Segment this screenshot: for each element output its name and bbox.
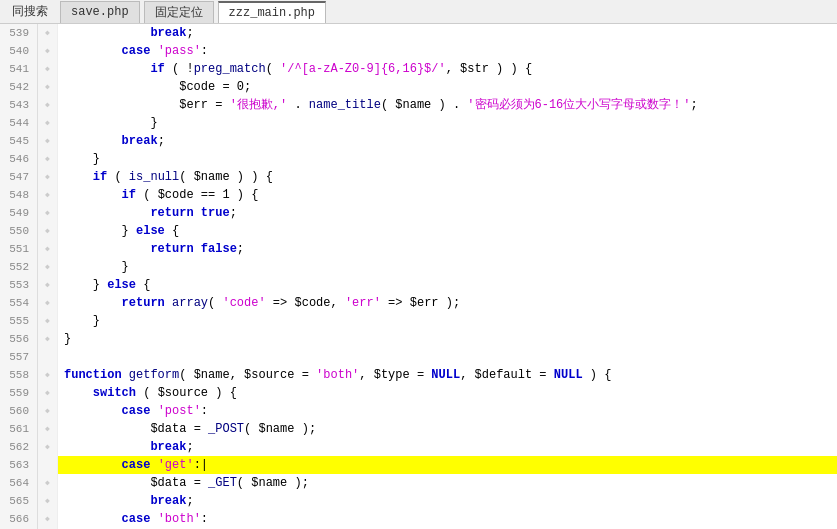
gutter-cell: ◆: [38, 510, 57, 528]
gutter-cell: ◆: [38, 384, 57, 402]
code-line[interactable]: return false;: [58, 240, 837, 258]
gutter-cell: ◆: [38, 366, 57, 384]
gutter-cell: ◆: [38, 168, 57, 186]
gutter-cell: ◆: [38, 150, 57, 168]
line-number: 563: [0, 456, 33, 474]
code-line[interactable]: }: [58, 330, 837, 348]
gutter-cell: ◆: [38, 96, 57, 114]
code-line[interactable]: case 'both':: [58, 510, 837, 528]
code-line[interactable]: case 'post':: [58, 402, 837, 420]
gutter-cell: ◆: [38, 222, 57, 240]
code-line[interactable]: $err = '很抱歉,' . name_title( $name ) . '密…: [58, 96, 837, 114]
code-line[interactable]: return array( 'code' => $code, 'err' => …: [58, 294, 837, 312]
line-number: 540: [0, 42, 33, 60]
code-line[interactable]: }: [58, 150, 837, 168]
gutter-cell: ◆: [38, 240, 57, 258]
code-line[interactable]: if ( $code == 1 ) {: [58, 186, 837, 204]
gutter-cell: ◆: [38, 258, 57, 276]
line-number: 548: [0, 186, 33, 204]
line-number: 541: [0, 60, 33, 78]
code-line[interactable]: }: [58, 258, 837, 276]
code-line[interactable]: break;: [58, 492, 837, 510]
line-number: 554: [0, 294, 33, 312]
gutter-cell: ◆: [38, 420, 57, 438]
code-line[interactable]: $data = _GET( $name );: [58, 474, 837, 492]
line-number: 564: [0, 474, 33, 492]
code-line[interactable]: switch ( $source ) {: [58, 384, 837, 402]
code-line[interactable]: if ( is_null( $name ) ) {: [58, 168, 837, 186]
line-number: 539: [0, 24, 33, 42]
gutter-cell: ◆: [38, 402, 57, 420]
gutter-cell: [38, 456, 57, 474]
gutter-cell: ◆: [38, 474, 57, 492]
code-line[interactable]: $data = _POST( $name );: [58, 420, 837, 438]
code-line[interactable]: return true;: [58, 204, 837, 222]
line-number: 549: [0, 204, 33, 222]
code-line[interactable]: [58, 348, 837, 366]
tab-save-php[interactable]: save.php: [60, 1, 140, 23]
line-number: 553: [0, 276, 33, 294]
line-numbers: 5395405415425435445455465475485495505515…: [0, 24, 38, 529]
tab-zzz-main-php[interactable]: zzz_main.php: [218, 1, 326, 23]
gutter-cell: ◆: [38, 132, 57, 150]
gutter-cell: ◆: [38, 438, 57, 456]
line-number: 542: [0, 78, 33, 96]
gutter-cell: ◆: [38, 204, 57, 222]
code-line[interactable]: } else {: [58, 276, 837, 294]
gutter-cell: ◆: [38, 330, 57, 348]
line-number: 566: [0, 510, 33, 528]
line-number: 561: [0, 420, 33, 438]
code-line[interactable]: }: [58, 312, 837, 330]
code-line[interactable]: function getform( $name, $source = 'both…: [58, 366, 837, 384]
code-content[interactable]: break; case 'pass': if ( !preg_match( '/…: [58, 24, 837, 529]
line-number: 562: [0, 438, 33, 456]
tab-bar: 同搜索 save.php 固定定位 zzz_main.php: [0, 0, 837, 24]
line-number: 556: [0, 330, 33, 348]
code-line[interactable]: if ( !preg_match( '/^[a-zA-Z0-9]{6,16}$/…: [58, 60, 837, 78]
line-number: 557: [0, 348, 33, 366]
line-number: 547: [0, 168, 33, 186]
code-line[interactable]: } else {: [58, 222, 837, 240]
code-line[interactable]: break;: [58, 24, 837, 42]
code-area: 5395405415425435445455465475485495505515…: [0, 24, 837, 529]
gutter-cell: ◆: [38, 42, 57, 60]
line-number: 565: [0, 492, 33, 510]
line-number: 550: [0, 222, 33, 240]
line-number: 560: [0, 402, 33, 420]
gutter-cell: ◆: [38, 78, 57, 96]
code-line[interactable]: $code = 0;: [58, 78, 837, 96]
line-number: 555: [0, 312, 33, 330]
gutter-cell: ◆: [38, 114, 57, 132]
line-number: 545: [0, 132, 33, 150]
gutter-cell: ◆: [38, 60, 57, 78]
line-number: 546: [0, 150, 33, 168]
code-line[interactable]: break;: [58, 132, 837, 150]
code-line[interactable]: case 'get':|: [58, 456, 837, 474]
gutter-cell: ◆: [38, 24, 57, 42]
gutter-cell: ◆: [38, 312, 57, 330]
gutter-cell: [38, 348, 57, 366]
line-number: 552: [0, 258, 33, 276]
tab-fixed-position[interactable]: 固定定位: [144, 1, 214, 23]
code-line[interactable]: break;: [58, 438, 837, 456]
gutter: ◆◆◆◆◆◆◆◆◆◆◆◆◆◆◆◆◆◆◆◆◆◆◆◆◆◆◆◆◆◆◆◆◆: [38, 24, 58, 529]
line-number: 551: [0, 240, 33, 258]
line-number: 559: [0, 384, 33, 402]
gutter-cell: ◆: [38, 186, 57, 204]
code-line[interactable]: case 'pass':: [58, 42, 837, 60]
line-number: 543: [0, 96, 33, 114]
code-line[interactable]: }: [58, 114, 837, 132]
gutter-cell: ◆: [38, 294, 57, 312]
search-button[interactable]: 同搜索: [4, 1, 56, 22]
line-number: 544: [0, 114, 33, 132]
gutter-cell: ◆: [38, 276, 57, 294]
gutter-cell: ◆: [38, 492, 57, 510]
line-number: 558: [0, 366, 33, 384]
